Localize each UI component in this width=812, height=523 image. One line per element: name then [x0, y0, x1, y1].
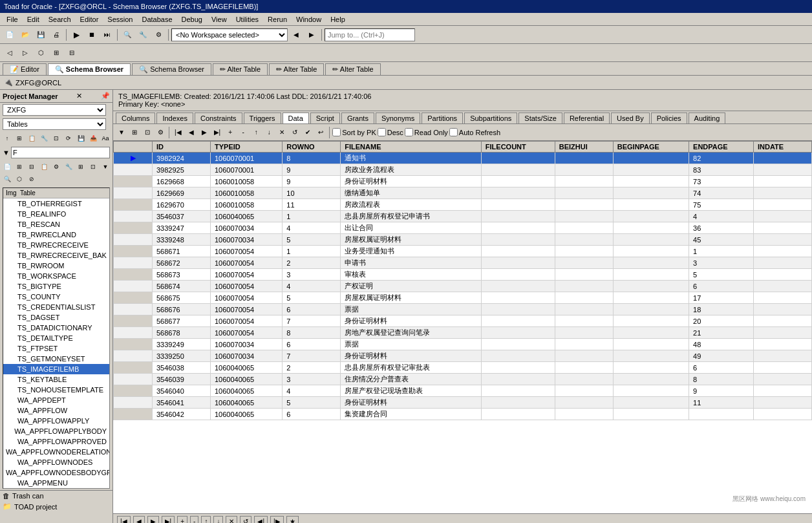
table-row[interactable]: 354604210600400656集资建房合同 [114, 409, 812, 420]
menu-rerun[interactable]: Rerun [264, 15, 291, 24]
table-item[interactable]: WA_APPFLOWAPPLY [3, 416, 109, 426]
grid-cell[interactable] [555, 153, 613, 164]
grid-cell[interactable] [753, 269, 811, 281]
tree-area[interactable]: Img Table TB_OTHERREGISTTB_REALINFOTB_RE… [3, 187, 110, 489]
grid-cell[interactable] [555, 304, 613, 315]
grid-cell[interactable] [753, 350, 811, 362]
lt-btn2[interactable]: ⊞ [14, 133, 25, 144]
grid-cell[interactable]: 5 [283, 292, 341, 304]
grid-cell[interactable] [555, 327, 613, 339]
lt2-btn2[interactable]: ⊞ [14, 161, 25, 173]
tb2-btn1[interactable]: ◁ [3, 46, 17, 60]
grid-cell[interactable]: 1060040065 [211, 409, 283, 420]
grid-cell[interactable] [555, 315, 613, 327]
table-item[interactable]: TS_FTPSET [3, 343, 109, 354]
grid-cell[interactable]: 1629669 [153, 187, 211, 199]
nav-last[interactable]: ▶| [162, 516, 175, 524]
grid-cell[interactable] [613, 292, 689, 304]
grid-cell[interactable]: 1060070054 [211, 304, 283, 315]
grid-cell[interactable] [555, 339, 613, 350]
rollback-btn[interactable]: ↩ [315, 126, 326, 139]
lt-btn8[interactable]: 📥 [87, 133, 99, 144]
grid-cell[interactable] [555, 281, 613, 292]
grid-cell[interactable]: 身份证明材料 [341, 350, 482, 362]
desc-label[interactable]: Desc [378, 128, 403, 136]
desc-checkbox[interactable] [378, 128, 386, 136]
grid-cell[interactable] [481, 315, 555, 327]
grid-cell[interactable] [753, 281, 811, 292]
table-item[interactable]: WA_APPFLOWNODERELATION [3, 447, 109, 457]
table-item[interactable]: TB_RWRECRECEIVE_BAK [3, 250, 109, 261]
lt-btn7[interactable]: 💾 [75, 133, 87, 144]
table-row[interactable]: 56867510600700545房屋权属证明材料17 [114, 292, 812, 304]
grid-cell[interactable]: 身份证明材料 [341, 315, 482, 327]
grid-cell[interactable]: 票据 [341, 339, 482, 350]
grid-cell[interactable] [555, 350, 613, 362]
col-beizhui[interactable]: BEIZHUI [555, 142, 613, 153]
grid-cell[interactable]: 房屋产权登记现场查勘表 [341, 385, 482, 397]
grid-cell[interactable]: 3546042 [153, 409, 211, 420]
tab-used-by[interactable]: Used By [611, 112, 650, 123]
table-row[interactable]: 56867610600700546票据18 [114, 304, 812, 315]
grid-cell[interactable] [481, 176, 555, 187]
table-item[interactable]: WA_APPMENU [3, 478, 109, 488]
menu-view[interactable]: View [208, 15, 231, 24]
menu-window[interactable]: Window [292, 15, 325, 24]
table-row[interactable]: 1629669106001005810缴纳通知单74 [114, 187, 812, 199]
table-row[interactable]: 354603910600400653住房情况分户普查表8 [114, 374, 812, 385]
prev-btn[interactable]: ◀ [186, 126, 197, 139]
grid-cell[interactable] [481, 211, 555, 222]
grid-cell[interactable] [613, 176, 689, 187]
menu-utilities[interactable]: Utilities [232, 15, 262, 24]
table-row[interactable]: 354603710600400651忠县房屋所有权登记申请书4 [114, 211, 812, 222]
grid-cell[interactable]: 1060070054 [211, 315, 283, 327]
nav-up[interactable]: ↑ [201, 516, 211, 524]
grid-cell[interactable] [555, 397, 613, 409]
grid-cell[interactable]: 1060070001 [211, 164, 283, 176]
table-row[interactable]: 56867210600700542申请书3 [114, 257, 812, 269]
grid-cell[interactable]: 568675 [153, 292, 211, 304]
lt-btn3[interactable]: 📋 [26, 133, 37, 144]
grid-cell[interactable]: 1060010058 [211, 199, 283, 211]
grid-cell[interactable] [613, 397, 689, 409]
table-row[interactable]: 354604110600400655身份证明材料11 [114, 397, 812, 409]
grid-cell[interactable] [753, 374, 811, 385]
tab-editor[interactable]: 📝 Editor [3, 63, 47, 75]
nav-prev[interactable]: ◀ [133, 516, 145, 524]
menu-file[interactable]: File [3, 15, 22, 24]
grid-cell[interactable]: 缴纳通知单 [341, 187, 482, 199]
table-item[interactable]: TB_RWROOM [3, 261, 109, 271]
grid-cell[interactable]: 6 [689, 281, 754, 292]
nav-prev2[interactable]: ◀| [254, 516, 268, 524]
table-item[interactable]: TS_COUNTY [3, 292, 109, 302]
grid-cell[interactable]: 8 [283, 327, 341, 339]
nav-cancel[interactable]: ✕ [226, 516, 237, 524]
grid-cell[interactable]: 1060070034 [211, 350, 283, 362]
tb2-btn2[interactable]: ▷ [18, 46, 32, 60]
grid-cell[interactable]: 房屋权属证明材料 [341, 292, 482, 304]
table-item[interactable]: TB_OTHERREGIST [3, 198, 109, 209]
table-row[interactable]: 333925010600700347身份证明材料49 [114, 350, 812, 362]
grid-cell[interactable] [481, 409, 555, 420]
lt-btn5[interactable]: ⊡ [50, 133, 62, 144]
tree-toad-project[interactable]: 📁 TOAD project [0, 501, 112, 512]
step-btn[interactable]: ⏭ [100, 28, 114, 42]
grid-cell[interactable] [613, 269, 689, 281]
grid-cell[interactable] [555, 292, 613, 304]
lt2-btn5[interactable]: ⚙ [50, 161, 62, 173]
grid-cell[interactable]: 1060070001 [211, 153, 283, 164]
grid-cell[interactable] [613, 222, 689, 234]
grid-cell[interactable]: 房政业务流程表 [341, 164, 482, 176]
table-row[interactable]: 333924910600700346票据48 [114, 339, 812, 350]
open-btn[interactable]: 📂 [18, 28, 32, 42]
table-row[interactable]: 56867710600700547身份证明材料20 [114, 315, 812, 327]
grid-cell[interactable]: 1 [283, 211, 341, 222]
tab-auditing[interactable]: Auditing [689, 112, 726, 123]
grid-cell[interactable] [613, 350, 689, 362]
table-row[interactable]: 333924710600700344出让合同36 [114, 222, 812, 234]
table-row[interactable]: 162966810600100589身份证明材料73 [114, 176, 812, 187]
grid-cell[interactable]: 2 [283, 257, 341, 269]
grid-cell[interactable]: 568674 [153, 281, 211, 292]
grid-cell[interactable] [555, 246, 613, 257]
run-btn[interactable]: ▶ [69, 28, 83, 42]
